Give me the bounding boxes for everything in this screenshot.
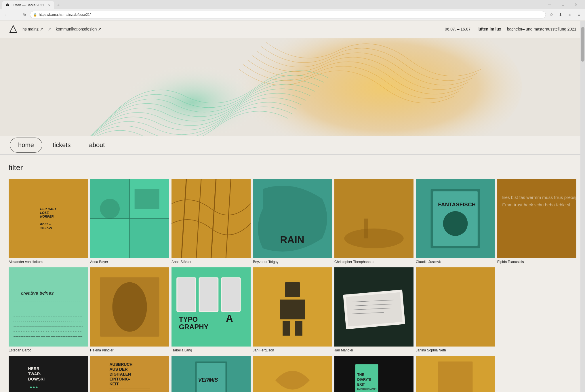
refresh-button[interactable]: ↻ — [21, 11, 28, 18]
svg-text:AUS DER: AUS DER — [110, 367, 128, 372]
browser-chrome: 🏛 Lüften — BaMa 2021 ✕ + — □ ✕ ← → ↻ 🔒 h… — [0, 0, 585, 20]
browser-tabs-area: 🏛 Lüften — BaMa 2021 ✕ + — [2, 0, 543, 9]
portfolio-label: Jan Ferguson — [253, 348, 332, 353]
download-icon[interactable]: ⬇ — [557, 11, 564, 18]
event-title: bachelor– und masterausstellung 2021 — [507, 27, 576, 31]
svg-rect-62 — [346, 292, 403, 326]
minimize-button[interactable]: — — [543, 0, 556, 9]
svg-text:A: A — [226, 313, 233, 324]
portfolio-label: Janina Sophia Neth — [416, 348, 495, 353]
window-controls: — □ ✕ — [543, 0, 583, 9]
site-header-left: hs mainz ↗ ↗ kommunikationsdesign ↗ — [9, 24, 101, 34]
portfolio-item-diarys-exit[interactable]: THE DIARY'S EXIT KIAN BEHRMANN — [334, 356, 413, 392]
svg-text:KEIT: KEIT — [110, 382, 119, 386]
filter-label: filter — [9, 163, 576, 172]
svg-text:FANTASFISCH: FANTASFISCH — [438, 201, 476, 208]
nav-tabs: home tickets about — [0, 136, 585, 155]
portfolio-item-claudia[interactable]: FANTASFISCH Claudia Jusczyk — [416, 179, 495, 265]
menu-icon[interactable]: ≡ — [575, 11, 583, 18]
svg-point-73 — [30, 387, 32, 388]
portfolio-grid-row2: creative twines Esteban Barco — [9, 267, 576, 353]
site-header-right: 06.07. – 16.07. lüften im lux bachelor– … — [445, 27, 576, 31]
svg-text:DIARY'S: DIARY'S — [357, 378, 371, 382]
portfolio-item-elpida[interactable]: Ees bist fas wermm muss frrus preosprürl… — [497, 179, 576, 265]
portfolio-item-isabella[interactable]: TYPO GRAPHY A Isabella Lang — [172, 267, 251, 353]
svg-text:EINTÖNIG-: EINTÖNIG- — [110, 377, 131, 381]
portfolio-item-esteban[interactable]: creative twines Esteban Barco — [9, 267, 88, 353]
new-tab-button[interactable]: + — [54, 1, 62, 9]
tab-about[interactable]: about — [80, 136, 114, 154]
hero-waves-svg — [0, 38, 585, 136]
portfolio-item-vermis[interactable]: VERMIS — [172, 356, 251, 392]
tab-home[interactable]: home — [10, 138, 42, 153]
hs-mainz-link[interactable]: hs mainz ↗ — [22, 27, 43, 31]
bookmark-icon[interactable]: ☆ — [548, 11, 555, 18]
portfolio-label: Helena Klingler — [90, 348, 169, 353]
svg-text:RAIN: RAIN — [280, 234, 304, 245]
tab-tickets[interactable]: tickets — [43, 136, 80, 154]
svg-rect-56 — [280, 300, 305, 319]
svg-text:creative twines: creative twines — [21, 290, 54, 296]
svg-point-74 — [33, 387, 35, 388]
portfolio-item-janina[interactable]: Janina Sophia Neth — [416, 267, 495, 353]
portfolio-item-anna-bayer[interactable]: Anna Bayer — [90, 179, 169, 265]
svg-text:GRAPHY: GRAPHY — [179, 323, 209, 331]
maximize-button[interactable]: □ — [556, 0, 569, 9]
portfolio-label: Elpida Tsaousidis — [497, 260, 576, 265]
portfolio-item-helena[interactable]: Helena Klingler — [90, 267, 169, 353]
active-tab[interactable]: 🏛 Lüften — BaMa 2021 ✕ — [2, 1, 54, 9]
svg-rect-10 — [135, 189, 159, 209]
event-dates: 06.07. – 16.07. — [445, 27, 472, 31]
svg-text:DOWSKI: DOWSKI — [28, 377, 45, 381]
scrollbar[interactable] — [580, 21, 585, 392]
portfolio-item-jan-ferguson[interactable]: Jan Ferguson — [253, 267, 332, 353]
portfolio-item-herr-twardowski[interactable]: HERR TWAR- DOWSKI — [9, 356, 88, 392]
extensions-icon[interactable]: » — [566, 11, 573, 18]
svg-text:EXIT: EXIT — [357, 383, 365, 387]
svg-rect-55 — [285, 282, 300, 297]
portfolio-label: Beyzanur Tolgay — [253, 260, 332, 265]
svg-text:TYPO: TYPO — [179, 315, 198, 323]
svg-rect-21 — [364, 219, 368, 239]
svg-rect-6 — [130, 219, 169, 258]
back-button[interactable]: ← — [2, 11, 10, 18]
event-venue: lüften im lux — [477, 27, 501, 31]
portfolio-label: Anna Bayer — [90, 260, 169, 265]
portfolio-label: Claudia Jusczyk — [416, 260, 495, 265]
portfolio-item-empty-1 — [497, 267, 576, 353]
portfolio-label: Jan Mandler — [334, 348, 413, 353]
lock-icon: 🔒 — [33, 13, 37, 17]
portfolio-grid-row1: DER RASTLOSEKÖRPER07.07.–14.07.21 Alexan… — [9, 179, 576, 265]
portfolio-item-alexander[interactable]: DER RASTLOSEKÖRPER07.07.–14.07.21 Alexan… — [9, 179, 88, 265]
svg-point-43 — [112, 282, 147, 332]
svg-rect-57 — [283, 321, 290, 336]
portfolio-item-jan-mandler[interactable]: Jan Mandler — [334, 267, 413, 353]
forward-button[interactable]: → — [12, 11, 19, 18]
svg-point-26 — [443, 211, 468, 236]
portfolio-item-anna-stahler[interactable]: Anna Stähler — [172, 179, 251, 265]
svg-point-75 — [36, 387, 38, 388]
svg-text:DIGITALEN: DIGITALEN — [110, 372, 131, 376]
svg-text:THE: THE — [357, 373, 364, 377]
svg-rect-102 — [438, 361, 473, 392]
close-button[interactable]: ✕ — [569, 0, 583, 9]
portfolio-item-beyzanur[interactable]: RAIN Beyzanur Tolgay — [253, 179, 332, 265]
portfolio-item-row3-4[interactable] — [253, 356, 332, 392]
svg-text:VERMIS: VERMIS — [198, 377, 218, 383]
address-bar[interactable]: 🔒 https://bama.hs-mainz.de/sose21/ — [30, 11, 546, 18]
kommunikationsdesign-link[interactable]: kommunikationsdesign ↗ — [56, 27, 101, 31]
portfolio-item-ausbruch[interactable]: AUSBRUCH AUS DER DIGITALEN EINTÖNIG- KEI… — [90, 356, 169, 392]
svg-rect-50 — [222, 278, 240, 311]
portfolio-item-christopher[interactable]: Christopher Theophanous — [334, 179, 413, 265]
svg-rect-68 — [416, 267, 495, 347]
portfolio-item-empty-2 — [497, 356, 576, 392]
tab-title: Lüften — BaMa 2021 — [12, 3, 44, 7]
svg-text:Ees bist fas wermm muss frrus : Ees bist fas wermm muss frrus preosprürl… — [502, 195, 576, 200]
url-text: https://bama.hs-mainz.de/sose21/ — [39, 13, 91, 17]
portfolio-item-row3-6[interactable] — [416, 356, 495, 392]
hero-section — [0, 38, 585, 136]
tab-close-icon[interactable]: ✕ — [48, 3, 51, 7]
header-separator: ↗ — [48, 27, 51, 31]
scrollbar-thumb[interactable] — [581, 27, 584, 62]
svg-point-9 — [100, 199, 120, 219]
